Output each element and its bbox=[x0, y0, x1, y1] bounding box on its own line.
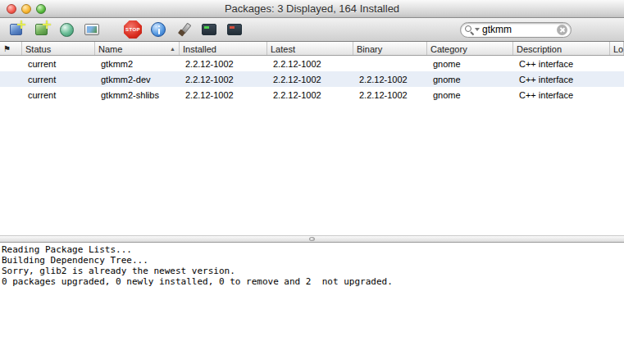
sort-ascending-icon: ▲ bbox=[168, 46, 175, 52]
search-icon bbox=[464, 25, 475, 35]
column-label: Name bbox=[98, 44, 122, 54]
terminal-stop-icon bbox=[227, 24, 242, 35]
table-row[interactable]: current gtkmm2-shlibs 2.2.12-1002 2.2.12… bbox=[0, 87, 624, 102]
output-line: Sorry, glib2 is already the newest versi… bbox=[2, 266, 622, 276]
cell-status: current bbox=[22, 59, 95, 69]
update-all-button[interactable] bbox=[56, 19, 77, 40]
info-button[interactable] bbox=[148, 19, 169, 40]
cell-description: C++ interface bbox=[513, 90, 610, 100]
info-icon bbox=[151, 22, 166, 37]
cell-latest: 2.2.12-1002 bbox=[267, 90, 353, 100]
window-controls bbox=[7, 4, 46, 14]
table-row[interactable]: current gtkmm2-dev 2.2.12-1002 2.2.12-10… bbox=[0, 71, 624, 87]
browse-button[interactable] bbox=[81, 19, 102, 40]
table-row[interactable]: current gtkmm2 2.2.12-1002 2.2.12-1002 g… bbox=[0, 56, 624, 71]
search-menu-caret-icon[interactable] bbox=[475, 28, 480, 31]
output-line: Building Dependency Tree... bbox=[2, 255, 622, 266]
minimize-button[interactable] bbox=[21, 4, 31, 14]
terminal-run-icon bbox=[202, 24, 216, 35]
table-header: ⚑ Status Name ▲ Installed Latest Binary … bbox=[0, 42, 624, 56]
cell-name: gtkmm2 bbox=[95, 59, 180, 69]
toolbar: STOP bbox=[0, 18, 624, 42]
terminal-run-button[interactable] bbox=[198, 19, 220, 40]
column-header-installed[interactable]: Installed bbox=[180, 42, 267, 55]
terminal-stop-button[interactable] bbox=[224, 19, 245, 40]
cell-installed: 2.2.12-1002 bbox=[180, 75, 267, 84]
cell-status: current bbox=[22, 75, 95, 84]
cell-latest: 2.2.12-1002 bbox=[267, 75, 353, 84]
column-header-description[interactable]: Description bbox=[513, 42, 610, 55]
cell-binary: 2.2.12-1002 bbox=[353, 90, 427, 100]
cell-latest: 2.2.12-1002 bbox=[267, 59, 353, 69]
column-header-flag[interactable]: ⚑ bbox=[0, 42, 22, 55]
package-table: current gtkmm2 2.2.12-1002 2.2.12-1002 g… bbox=[0, 56, 624, 102]
zoom-button[interactable] bbox=[36, 4, 46, 14]
globe-icon bbox=[60, 23, 74, 37]
search-field[interactable] bbox=[460, 22, 572, 38]
column-header-binary[interactable]: Binary bbox=[353, 42, 427, 55]
window-title: Packages: 3 Displayed, 164 Installed bbox=[225, 2, 399, 15]
stop-label: STOP bbox=[125, 27, 140, 32]
output-line: 0 packages upgraded, 0 newly installed, … bbox=[2, 276, 622, 287]
finkcommander-window: Packages: 3 Displayed, 164 Installed STO… bbox=[0, 0, 624, 364]
package-update-icon bbox=[35, 24, 48, 35]
column-header-latest[interactable]: Latest bbox=[267, 42, 353, 55]
cell-description: C++ interface bbox=[513, 59, 610, 69]
splitter[interactable] bbox=[0, 235, 624, 243]
package-update-button[interactable] bbox=[30, 19, 52, 40]
cell-name: gtkmm2-shlibs bbox=[95, 90, 180, 100]
flag-icon: ⚑ bbox=[3, 44, 11, 53]
picture-icon bbox=[84, 24, 99, 35]
tools-button[interactable] bbox=[173, 19, 194, 40]
cell-status: current bbox=[22, 90, 95, 100]
splitter-dimple-icon bbox=[309, 237, 315, 241]
cell-category: gnome bbox=[427, 90, 513, 100]
cell-installed: 2.2.12-1002 bbox=[180, 90, 267, 100]
cell-category: gnome bbox=[427, 59, 513, 69]
titlebar[interactable]: Packages: 3 Displayed, 164 Installed bbox=[0, 0, 624, 18]
column-header-status[interactable]: Status bbox=[22, 42, 95, 55]
package-add-icon bbox=[10, 24, 22, 35]
stop-icon: STOP bbox=[124, 20, 142, 39]
cell-description: C++ interface bbox=[513, 75, 610, 84]
output-pane[interactable]: Reading Package Lists... Building Depend… bbox=[0, 243, 624, 364]
output-line: Reading Package Lists... bbox=[2, 244, 622, 255]
clear-search-icon[interactable] bbox=[557, 25, 567, 35]
cell-binary: 2.2.12-1002 bbox=[353, 75, 427, 84]
column-header-lo[interactable]: Lo bbox=[610, 42, 624, 55]
close-button[interactable] bbox=[7, 4, 16, 14]
cell-category: gnome bbox=[427, 75, 513, 84]
stop-button[interactable]: STOP bbox=[122, 19, 143, 40]
table-empty-area[interactable] bbox=[0, 102, 624, 235]
cell-installed: 2.2.12-1002 bbox=[180, 59, 267, 69]
package-add-button[interactable] bbox=[5, 19, 26, 40]
cell-name: gtkmm2-dev bbox=[95, 75, 180, 84]
column-header-name[interactable]: Name ▲ bbox=[95, 42, 180, 55]
column-header-category[interactable]: Category bbox=[427, 42, 513, 55]
search-input[interactable] bbox=[482, 24, 557, 35]
wrench-icon bbox=[176, 22, 191, 37]
